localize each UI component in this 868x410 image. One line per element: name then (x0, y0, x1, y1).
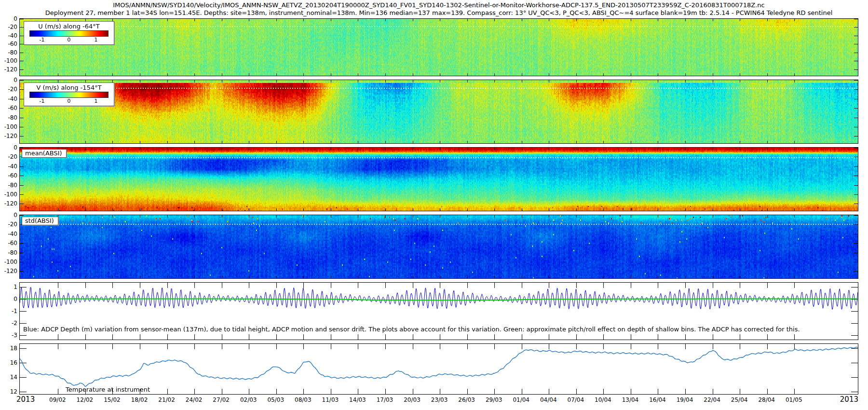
x-date-tick-label: 26/03 (458, 396, 475, 403)
x-date-tick-label: 01/05 (786, 396, 802, 403)
x-date-tick-label: 09/02 (49, 396, 66, 403)
y-tick-label: 1 (0, 284, 17, 290)
x-date-tick-label: 17/03 (377, 396, 393, 403)
y-tick-label: -1 (0, 308, 17, 314)
x-date-tick-label: 08/03 (295, 396, 312, 403)
y-tick-label: -60 (0, 173, 17, 179)
u-velocity-colorbar (29, 30, 108, 37)
colorbar-tick-label: 0 (68, 98, 71, 104)
x-date-tick-label: 12/02 (77, 396, 94, 403)
adcp-multipanel-plot: IMOS/ANMN/NSW/SYD140/Velocity/IMOS_ANMN-… (0, 0, 868, 410)
y-tick-label: -80 (0, 250, 17, 256)
y-tick-label: 0 (0, 212, 17, 219)
x-date-tick-label: 19/04 (677, 396, 693, 403)
x-date-tick-label: 21/02 (158, 396, 175, 403)
y-tick-label: -40 (0, 96, 17, 102)
x-date-tick-label: 20/03 (404, 396, 420, 403)
colorbar-tick-label: 1 (95, 98, 98, 104)
y-tick-label: -100 (0, 259, 17, 265)
std-absi-heatmap-canvas (20, 215, 858, 278)
y-tick-label: -40 (0, 164, 17, 170)
x-date-tick-label: 05/03 (267, 396, 284, 403)
plot-subtitle-deployment-info: Deployment 27, member 1 lat=34S lon=151.… (19, 9, 858, 16)
year-label-left: 2013 (16, 395, 35, 404)
v-velocity-heatmap-canvas (20, 80, 858, 143)
x-date-tick-label: 29/03 (486, 396, 502, 403)
y-tick-label: -60 (0, 105, 17, 111)
u-velocity-colorbar-ticks: -1 0 1 (28, 37, 110, 43)
y-tick-label: 16 (0, 360, 17, 366)
u-velocity-legend-title: U (m/s) along -64°T (28, 23, 110, 30)
depth-variation-caption: Blue: ADCP Depth (m) variation from sens… (23, 326, 800, 333)
x-date-tick-label: 27/02 (213, 396, 230, 403)
x-date-tick-label: 28/04 (758, 396, 775, 403)
plot-title-filename: IMOS/ANMN/NSW/SYD140/Velocity/IMOS_ANMN-… (19, 1, 858, 9)
v-velocity-colorbar-ticks: -1 0 1 (28, 98, 110, 104)
x-date-tick-label: 22/04 (704, 396, 720, 403)
y-tick-label: -120 (0, 67, 17, 73)
y-tick-label: 0 (0, 77, 17, 83)
x-date-tick-label: 11/03 (322, 396, 339, 403)
y-tick-label: -60 (0, 240, 17, 246)
x-date-tick-label: 23/03 (431, 396, 448, 403)
y-tick-label: -80 (0, 182, 17, 189)
x-date-tick-label: 14/03 (349, 396, 366, 403)
y-tick-label: -20 (0, 154, 17, 160)
mean-absi-heatmap-canvas (20, 148, 858, 211)
y-tick-label: -100 (0, 124, 17, 130)
y-tick-label: -20 (0, 24, 17, 30)
v-velocity-legend-title: V (m/s) along -154°T (28, 84, 110, 91)
mean-absi-label: mean(ABSI) (22, 149, 67, 158)
mean-absi-panel: mean(ABSI) (19, 147, 858, 211)
y-tick-label: 14 (0, 374, 17, 381)
x-date-tick-label: 24/02 (186, 396, 203, 403)
y-tick-label: 12 (0, 389, 17, 395)
x-date-tick-label: 01/04 (513, 396, 529, 403)
depth-variation-panel: Blue: ADCP Depth (m) variation from sens… (19, 282, 858, 340)
colorbar-tick-label: -1 (39, 37, 44, 43)
x-date-tick-label: 16/04 (649, 396, 666, 403)
y-tick-label: -60 (0, 41, 17, 47)
y-tick-label: -40 (0, 33, 17, 39)
colorbar-tick-label: 1 (95, 37, 98, 43)
x-date-tick-label: 02/03 (240, 396, 257, 403)
y-tick-label: -120 (0, 268, 17, 274)
x-date-tick-label: 15/02 (104, 396, 121, 403)
y-tick-label: -80 (0, 115, 17, 121)
std-absi-label: std(ABSI) (22, 217, 58, 225)
y-tick-label: -120 (0, 201, 17, 207)
y-tick-label: 0 (0, 16, 17, 22)
y-tick-label: -3 (0, 332, 17, 339)
y-tick-label: 0 (0, 296, 17, 302)
std-absi-panel: std(ABSI) (19, 215, 858, 279)
year-label-right: 2013 (820, 395, 858, 404)
u-velocity-heatmap-canvas (20, 19, 858, 76)
colorbar-tick-label: 0 (68, 37, 71, 43)
y-tick-label: -40 (0, 231, 17, 237)
v-velocity-panel: V (m/s) along -154°T -1 0 1 (19, 80, 858, 144)
y-tick-label: 18 (0, 345, 17, 352)
temperature-label: Temperature at instrument (66, 386, 150, 393)
temperature-panel: Temperature at instrument (19, 343, 858, 395)
x-date-tick-label: 18/02 (131, 396, 148, 403)
x-date-tick-label: 13/04 (622, 396, 639, 403)
x-date-tick-label: 10/04 (595, 396, 611, 403)
y-tick-label: -120 (0, 133, 17, 139)
u-velocity-legend: U (m/s) along -64°T -1 0 1 (24, 21, 114, 45)
y-tick-label: -2 (0, 320, 17, 327)
y-tick-label: -80 (0, 50, 17, 56)
y-tick-label: -20 (0, 221, 17, 228)
y-tick-label: -100 (0, 191, 17, 198)
x-date-tick-label: 25/04 (731, 396, 748, 403)
y-tick-label: 0 (0, 145, 17, 151)
x-date-tick-label: 04/04 (540, 396, 557, 403)
u-velocity-panel: U (m/s) along -64°T -1 0 1 (19, 18, 858, 76)
y-tick-label: -100 (0, 58, 17, 64)
y-tick-label: -20 (0, 86, 17, 93)
v-velocity-colorbar (29, 92, 108, 98)
x-date-tick-label: 07/04 (568, 396, 584, 403)
v-velocity-legend: V (m/s) along -154°T -1 0 1 (24, 82, 114, 106)
colorbar-tick-label: -1 (39, 98, 44, 104)
